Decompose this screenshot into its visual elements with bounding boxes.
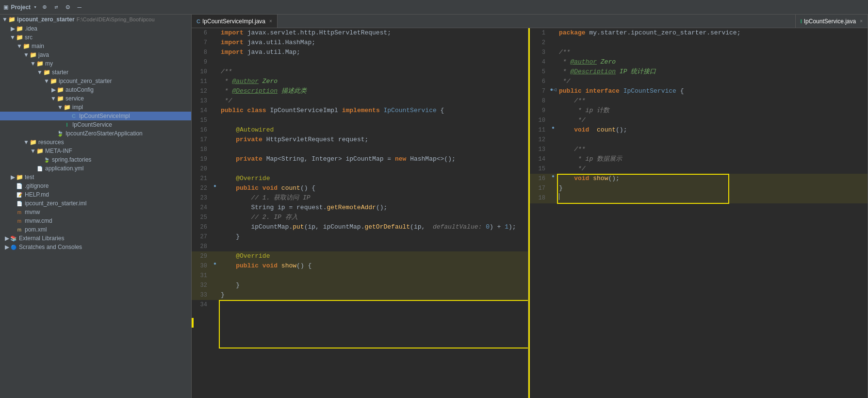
sidebar-item-test[interactable]: ▶ 📁 test — [0, 173, 191, 182]
right-code-line-4: 4 * @author Zero — [530, 57, 868, 67]
meta-inf-label: META-INF — [45, 148, 72, 154]
autoconfig-arrow: ▶ — [50, 86, 56, 93]
sidebar-item-help-md[interactable]: ▶ 📝 HELP.md — [0, 190, 191, 199]
title-bar: ▣ Project ▾ ⊕ ⇄ ⚙ — — [0, 0, 868, 15]
my-label: my — [45, 60, 53, 67]
code-line-10: 10 /** — [192, 67, 528, 77]
sidebar-item-resources[interactable]: ▼ 📁 resources — [0, 138, 191, 147]
scratches-label: Scratches and Consoles — [19, 244, 82, 250]
project-dropdown-icon[interactable]: ▾ — [33, 4, 37, 10]
code-line-11: 11 * @author Zero — [192, 77, 528, 86]
root-arrow: ▼ — [2, 16, 8, 23]
settings-icon[interactable]: ⚙ — [64, 3, 72, 11]
sidebar-item-application-yml[interactable]: ▶ 📄 application.yml — [0, 164, 191, 173]
sidebar-item-app[interactable]: ▶ 🍃 IpcountZeroStarterApplication — [0, 129, 191, 138]
app-label: IpcountZeroStarterApplication — [66, 130, 143, 137]
sidebar-item-src[interactable]: ▼ 📁 src — [0, 33, 191, 42]
sidebar-item-java[interactable]: ▼ 📁 java — [0, 50, 191, 59]
right-tab-close[interactable]: × — [860, 18, 863, 24]
service-folder-icon: 📁 — [56, 95, 64, 102]
tab-left[interactable]: C IpCountServiceImpl.java × — [192, 15, 278, 28]
resources-folder-icon: 📁 — [29, 138, 37, 146]
spring-factories-icon: 🍃 — [43, 156, 50, 164]
java-label: java — [38, 51, 49, 58]
left-tab-icon: C — [197, 18, 200, 24]
right-code-line-14: 14 * ip 数据展示 — [530, 154, 868, 164]
src-folder-icon: 📁 — [16, 33, 23, 41]
sidebar-item-my[interactable]: ▼ 📁 my — [0, 59, 191, 68]
sidebar-item-ipcount-pkg[interactable]: ▼ 📁 ipcount_zero_starter — [0, 77, 191, 85]
minimize-icon[interactable]: — — [76, 3, 83, 11]
sidebar: ▼ 📁 ipcount_zero_starter F:\Code\IDEA\Sp… — [0, 15, 192, 398]
idea-folder-icon: 📁 — [16, 25, 23, 33]
sidebar-item-gitignore[interactable]: ▶ 📄 .gitignore — [0, 182, 191, 190]
test-folder-icon: 📁 — [16, 173, 23, 181]
ext-libs-icon: 📚 — [10, 234, 17, 242]
impl-arrow: ▼ — [57, 104, 63, 111]
sidebar-item-service[interactable]: ▼ 📁 service — [0, 94, 191, 103]
right-code-line-17: 17 } — [530, 183, 868, 193]
sidebar-item-IpCountServiceImpl[interactable]: ▶ C IpCountServiceImpl — [0, 112, 191, 120]
ipcount-pkg-arrow: ▼ — [44, 78, 49, 84]
idea-arrow: ▶ — [10, 25, 16, 32]
code-line-19: 19 private Map<String, Integer> ipCountM… — [192, 154, 528, 164]
sidebar-item-IpCountService[interactable]: ▶ I IpCountService — [0, 120, 191, 129]
tab-right[interactable]: I IpCountService.java × — [795, 15, 868, 28]
sidebar-item-main[interactable]: ▼ 📁 main — [0, 42, 191, 50]
left-tab-close[interactable]: × — [269, 18, 272, 24]
code-line-27: 27 } — [192, 232, 528, 242]
code-line-9: 9 — [192, 57, 528, 67]
java-arrow: ▼ — [23, 51, 29, 58]
java-folder-icon: 📁 — [29, 51, 37, 59]
ext-libs-arrow: ▶ — [4, 235, 10, 242]
service-label: service — [66, 95, 84, 102]
editors-container: 6 import javax.servlet.http.HttpServletR… — [192, 28, 868, 398]
ext-libs-label: External Libraries — [19, 235, 64, 242]
code-line-29: 29 @Override — [192, 251, 528, 261]
right-code-line-3: 3 /** — [530, 48, 868, 57]
left-tab-label: IpCountServiceImpl.java — [202, 18, 265, 25]
autoconfig-label: autoConfig — [66, 86, 94, 93]
ipcountservice-label: IpCountService — [72, 121, 112, 128]
impl-label: impl — [72, 104, 83, 111]
code-line-17: 17 private HttpServletRequest request; — [192, 135, 528, 145]
sidebar-item-meta-inf[interactable]: ▼ 📁 META-INF — [0, 147, 191, 155]
sidebar-item-idea[interactable]: ▶ 📁 .idea — [0, 24, 191, 33]
sidebar-item-pom[interactable]: ▶ m pom.xml — [0, 225, 191, 234]
code-line-24: 24 String ip = request.getRemoteAddr(); — [192, 203, 528, 213]
pom-label: pom.xml — [25, 226, 47, 233]
sidebar-item-mvnw-cmd[interactable]: ▶ m mvnw.cmd — [0, 216, 191, 225]
sync-icon[interactable]: ⊕ — [41, 3, 49, 11]
sidebar-item-impl[interactable]: ▼ 📁 impl — [0, 103, 191, 112]
sidebar-item-mvnw[interactable]: ▶ m mvnw — [0, 208, 191, 216]
app-yml-icon: 📄 — [36, 165, 44, 172]
right-code-line-2: 2 — [530, 38, 868, 48]
idea-label: .idea — [25, 25, 37, 32]
right-code-line-5: 5 * @Description IP 统计接口 — [530, 67, 868, 77]
sidebar-item-starter[interactable]: ▼ 📁 starter — [0, 68, 191, 77]
service-arrow: ▼ — [50, 95, 56, 102]
code-line-14: 14 public class IpCountServiceImpl imple… — [192, 106, 528, 116]
src-arrow: ▼ — [10, 34, 16, 41]
left-code-area[interactable]: 6 import javax.servlet.http.HttpServletR… — [192, 28, 528, 398]
code-line-30: 30 ● public void show() { — [192, 261, 528, 271]
sidebar-item-scratches[interactable]: ▶ 🔵 Scratches and Consoles — [0, 243, 191, 251]
code-line-23: 23 // 1. 获取访问 IP — [192, 193, 528, 203]
test-label: test — [25, 174, 34, 181]
code-line-21: 21 @Override — [192, 174, 528, 183]
test-arrow: ▶ — [10, 174, 16, 181]
app-icon: 🍃 — [56, 130, 64, 137]
right-code-line-7: 7 ●◁ public interface IpCountService { — [530, 86, 868, 96]
refresh-icon[interactable]: ⇄ — [52, 3, 60, 11]
sidebar-root[interactable]: ▼ 📁 ipcount_zero_starter F:\Code\IDEA\Sp… — [0, 15, 191, 24]
project-label: Project — [11, 4, 31, 11]
code-line-13: 13 */ — [192, 96, 528, 106]
sidebar-item-iml[interactable]: ▶ 📄 ipcount_zero_starter.iml — [0, 199, 191, 208]
main-arrow: ▼ — [16, 43, 22, 50]
right-code-area[interactable]: 1 package my.starter.ipcount_zero_starte… — [530, 28, 868, 398]
mvnw-label: mvnw — [25, 209, 40, 216]
right-code-line-15: 15 */ — [530, 164, 868, 174]
sidebar-item-external-libs[interactable]: ▶ 📚 External Libraries — [0, 234, 191, 243]
sidebar-item-autoconfig[interactable]: ▶ 📁 autoConfig — [0, 85, 191, 94]
sidebar-item-spring-factories[interactable]: ▶ 🍃 spring.factories — [0, 155, 191, 164]
